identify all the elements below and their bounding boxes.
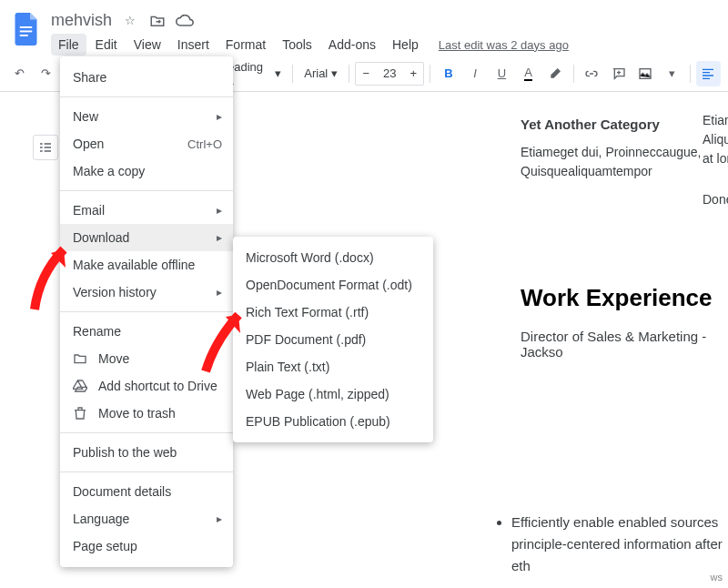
menu-download[interactable]: Download▸	[60, 224, 233, 251]
chevron-right-icon: ▸	[217, 204, 222, 217]
work-experience-subtitle: Director of Sales & Marketing - Jackso	[521, 329, 728, 360]
side-text-2: Donecl	[703, 190, 728, 209]
chevron-right-icon: ▸	[217, 231, 222, 244]
fontsize-value[interactable]: 23	[376, 66, 403, 80]
menu-edit[interactable]: Edit	[88, 34, 125, 56]
drive-shortcut-icon	[73, 379, 91, 393]
svg-rect-1	[20, 31, 33, 33]
fontsize-decrease[interactable]: −	[356, 63, 376, 85]
download-epub[interactable]: EPUB Publication (.epub)	[233, 408, 433, 435]
text-color-button[interactable]: A	[516, 61, 541, 86]
menu-publish[interactable]: Publish to the web	[60, 439, 233, 466]
work-experience-heading: Work Experience	[521, 284, 728, 312]
fontsize-stepper: − 23 +	[355, 62, 424, 86]
menu-new[interactable]: New▸	[60, 103, 233, 130]
category-title: Yet Another Category	[521, 115, 728, 136]
download-submenu: Microsoft Word (.docx) OpenDocument Form…	[233, 237, 433, 442]
menu-add-shortcut[interactable]: Add shortcut to Drive	[60, 372, 233, 400]
download-pdf[interactable]: PDF Document (.pdf)	[233, 326, 433, 353]
menu-move-to-trash[interactable]: Move to trash	[60, 400, 233, 427]
svg-rect-2	[20, 35, 28, 36]
chevron-down-icon: ▾	[331, 66, 338, 80]
chevron-down-icon: ▾	[275, 66, 281, 80]
cloud-saved-icon[interactable]	[176, 12, 194, 30]
menu-open[interactable]: OpenCtrl+O	[60, 130, 233, 157]
outline-button[interactable]	[33, 135, 58, 160]
menu-make-copy[interactable]: Make a copy	[60, 157, 233, 185]
bold-button[interactable]: B	[436, 61, 460, 86]
menu-language[interactable]: Language▸	[60, 505, 233, 532]
font-label: Arial	[304, 66, 328, 80]
menu-page-setup[interactable]: Page setup	[60, 532, 233, 560]
document-title[interactable]: mehvish	[51, 11, 112, 30]
font-select[interactable]: Arial▾	[298, 61, 343, 86]
align-left-button[interactable]	[696, 61, 721, 86]
menubar: File Edit View Insert Format Tools Add-o…	[51, 34, 717, 56]
insert-link-button[interactable]	[580, 61, 604, 86]
category-body: Etiameget dui, Proinneccaugue, Quisqueal…	[521, 143, 728, 181]
styles-label: eading 1	[228, 60, 271, 87]
bullet-item: Efficiently enable enabled sources princ…	[511, 512, 728, 577]
chevron-right-icon: ▸	[217, 110, 222, 123]
menu-addons[interactable]: Add-ons	[321, 34, 383, 56]
menu-file[interactable]: File	[51, 34, 86, 56]
menu-help[interactable]: Help	[385, 34, 426, 56]
trash-icon	[73, 406, 91, 421]
download-docx[interactable]: Microsoft Word (.docx)	[233, 244, 433, 271]
undo-button[interactable]: ↶	[7, 61, 32, 86]
file-dropdown: Share New▸ OpenCtrl+O Make a copy Email▸…	[60, 56, 233, 567]
side-text-1: Etiame Aliquan at loren	[703, 111, 728, 168]
menu-view[interactable]: View	[126, 34, 168, 56]
menu-doc-details[interactable]: Document details	[60, 478, 233, 505]
fontsize-increase[interactable]: +	[403, 63, 423, 85]
menu-rename[interactable]: Rename	[60, 318, 233, 345]
menu-move[interactable]: Move	[60, 345, 233, 372]
download-rtf[interactable]: Rich Text Format (.rtf)	[233, 299, 433, 326]
menu-make-offline[interactable]: Make available offline	[60, 251, 233, 279]
menu-email[interactable]: Email▸	[60, 197, 233, 224]
download-odt[interactable]: OpenDocument Format (.odt)	[233, 271, 433, 299]
svg-rect-0	[20, 26, 33, 28]
chevron-right-icon: ▸	[217, 512, 222, 525]
italic-button[interactable]: I	[462, 61, 487, 86]
underline-button[interactable]: U	[490, 61, 514, 86]
highlight-button[interactable]	[542, 61, 567, 86]
watermark: ws	[711, 572, 723, 583]
move-folder-icon[interactable]	[148, 12, 167, 30]
download-txt[interactable]: Plain Text (.txt)	[233, 353, 433, 380]
chevron-right-icon: ▸	[217, 286, 222, 299]
download-html[interactable]: Web Page (.html, zipped)	[233, 380, 433, 408]
star-icon[interactable]: ☆	[121, 12, 139, 30]
menu-share[interactable]: Share	[60, 64, 233, 91]
menu-tools[interactable]: Tools	[275, 34, 319, 56]
menu-format[interactable]: Format	[218, 34, 273, 56]
docs-logo[interactable]	[11, 7, 44, 51]
menu-version-history[interactable]: Version history▸	[60, 279, 233, 306]
vertical-ruler	[0, 98, 22, 588]
menu-insert[interactable]: Insert	[170, 34, 217, 56]
insert-image-button[interactable]	[632, 61, 657, 86]
add-comment-button[interactable]	[606, 61, 631, 86]
more-button[interactable]: ▾	[659, 61, 683, 86]
redo-button[interactable]: ↷	[34, 61, 58, 86]
folder-move-icon	[73, 351, 91, 366]
last-edit-link[interactable]: Last edit was 2 days ago	[439, 38, 569, 52]
